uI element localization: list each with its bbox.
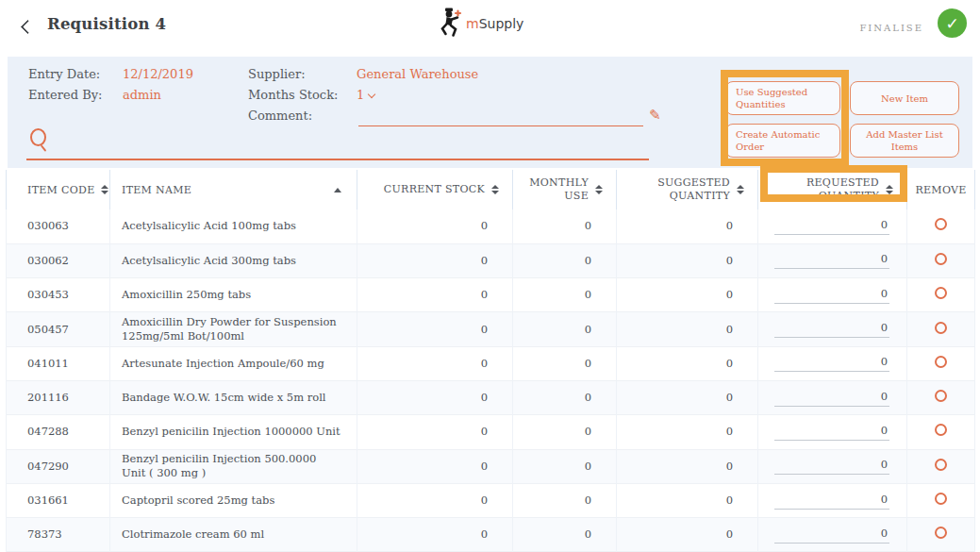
comment-input[interactable] bbox=[358, 106, 643, 126]
months-stock-dropdown[interactable]: 1 bbox=[357, 88, 374, 102]
requisition-items-table: ITEM CODE ITEM NAME CURRENT STOCK MONTHL… bbox=[6, 170, 975, 552]
sort-icon bbox=[101, 185, 108, 195]
suggested-quantity-cell: 0 bbox=[617, 278, 758, 312]
new-item-button[interactable]: New Item bbox=[850, 81, 959, 115]
remove-radio[interactable] bbox=[935, 322, 947, 334]
column-header-monthly-use[interactable]: MONTHLY USE bbox=[513, 170, 617, 209]
chevron-left-icon bbox=[21, 20, 36, 35]
entry-date-label: Entry Date: bbox=[28, 67, 100, 81]
item-code-cell: 031661 bbox=[7, 483, 110, 517]
monthly-use-cell: 0 bbox=[513, 209, 617, 243]
comment-label: Comment: bbox=[248, 109, 312, 123]
table-row[interactable]: 047288 Benzyl penicilin Injection 100000… bbox=[7, 415, 975, 449]
item-name-cell: Captopril scored 25mg tabs bbox=[110, 483, 357, 517]
remove-radio[interactable] bbox=[935, 424, 947, 436]
sort-icon bbox=[737, 185, 744, 195]
finalise-label: FINALISE bbox=[859, 23, 923, 33]
remove-radio[interactable] bbox=[935, 390, 947, 402]
table-body: 030063 Acetylsalicylic Acid 100mg tabs 0… bbox=[7, 209, 975, 552]
table-row[interactable]: 050457 Amoxicillin Dry Powder for Suspen… bbox=[7, 312, 975, 346]
logo-supply: Supply bbox=[479, 16, 524, 31]
sort-icon bbox=[491, 185, 499, 195]
suggested-quantity-cell: 0 bbox=[617, 346, 758, 380]
requested-quantity-input[interactable] bbox=[774, 218, 889, 235]
requested-quantity-input[interactable] bbox=[774, 355, 889, 372]
item-name-cell: Amoxicillin 250mg tabs bbox=[110, 278, 357, 312]
table-header-row: ITEM CODE ITEM NAME CURRENT STOCK MONTHL… bbox=[7, 170, 975, 209]
table-row[interactable]: 031661 Captopril scored 25mg tabs 0 0 0 bbox=[7, 483, 975, 517]
remove-radio[interactable] bbox=[935, 253, 947, 265]
sort-ascending-icon bbox=[334, 188, 341, 192]
entered-by-value: admin bbox=[123, 88, 161, 102]
remove-radio[interactable] bbox=[935, 218, 947, 230]
page-title: Requisition 4 bbox=[47, 15, 166, 33]
table-row[interactable]: 201116 Bandage W.O.W. 15cm wide x 5m rol… bbox=[7, 380, 975, 414]
item-code-cell: 030453 bbox=[7, 278, 110, 312]
item-code-cell: 047288 bbox=[7, 415, 110, 449]
months-stock-label: Months Stock: bbox=[248, 88, 338, 102]
supplier-label: Supplier: bbox=[248, 67, 306, 81]
item-code-cell: 78373 bbox=[7, 518, 110, 552]
search-icon[interactable] bbox=[28, 128, 51, 153]
requested-quantity-input[interactable] bbox=[774, 390, 889, 407]
remove-radio[interactable] bbox=[935, 459, 947, 471]
item-name-cell: Bandage W.O.W. 15cm wide x 5m roll bbox=[110, 380, 357, 414]
current-stock-cell: 0 bbox=[357, 278, 513, 312]
monthly-use-cell: 0 bbox=[513, 278, 617, 312]
item-code-cell: 041011 bbox=[7, 346, 110, 380]
requested-quantity-input[interactable] bbox=[774, 527, 889, 544]
table-row[interactable]: 047290 Benzyl penicilin Injection 500.00… bbox=[7, 449, 975, 483]
current-stock-cell: 0 bbox=[357, 312, 513, 346]
remove-radio[interactable] bbox=[935, 356, 947, 368]
column-header-requested-quantity[interactable]: REQUESTED QUANTITY bbox=[758, 170, 907, 209]
current-stock-cell: 0 bbox=[357, 518, 513, 552]
remove-radio[interactable] bbox=[935, 527, 947, 539]
current-stock-cell: 0 bbox=[357, 243, 513, 277]
suggested-quantity-cell: 0 bbox=[617, 209, 758, 243]
sort-icon bbox=[886, 185, 893, 195]
suggested-quantity-cell: 0 bbox=[617, 449, 758, 483]
add-master-list-items-button[interactable]: Add Master List Items bbox=[850, 124, 959, 158]
search-input[interactable] bbox=[53, 132, 645, 157]
table-row[interactable]: 030062 Acetylsalicylic Acid 300mg tabs 0… bbox=[7, 243, 975, 277]
column-header-item-name[interactable]: ITEM NAME bbox=[110, 170, 357, 209]
search-underline bbox=[26, 159, 649, 160]
item-name-cell: Clotrimazole cream 60 ml bbox=[110, 518, 357, 552]
requested-quantity-input[interactable] bbox=[774, 287, 889, 304]
suggested-quantity-cell: 0 bbox=[617, 415, 758, 449]
item-name-cell: Benzyl penicilin Injection 500.0000 Unit… bbox=[110, 449, 357, 483]
pencil-icon: ✎ bbox=[649, 107, 661, 124]
column-header-item-code[interactable]: ITEM CODE bbox=[7, 170, 110, 209]
table-row[interactable]: 030453 Amoxicillin 250mg tabs 0 0 0 bbox=[7, 278, 975, 312]
table-row[interactable]: 030063 Acetylsalicylic Acid 100mg tabs 0… bbox=[7, 209, 975, 243]
remove-radio[interactable] bbox=[935, 287, 947, 299]
remove-radio[interactable] bbox=[935, 493, 947, 505]
top-bar: Requisition 4 mSupply FINALISE ✓ bbox=[0, 0, 980, 55]
finalise-button[interactable]: ✓ bbox=[938, 8, 967, 38]
check-icon: ✓ bbox=[945, 14, 958, 33]
create-automatic-order-button[interactable]: Create Automatic Order bbox=[725, 124, 840, 158]
table-row[interactable]: 041011 Artesunate Injection Ampoule/60 m… bbox=[7, 346, 975, 380]
item-name-cell: Acetylsalicylic Acid 100mg tabs bbox=[110, 209, 357, 243]
monthly-use-cell: 0 bbox=[513, 243, 617, 277]
chevron-down-icon bbox=[368, 91, 375, 98]
use-suggested-quantities-button[interactable]: Use Suggested Quantities bbox=[725, 81, 840, 115]
monthly-use-cell: 0 bbox=[513, 380, 617, 414]
requested-quantity-input[interactable] bbox=[774, 252, 889, 269]
requested-quantity-input[interactable] bbox=[774, 458, 889, 475]
requested-quantity-input[interactable] bbox=[774, 321, 889, 338]
column-header-suggested-quantity[interactable]: SUGGESTED QUANTITY bbox=[617, 170, 758, 209]
item-name-cell: Acetylsalicylic Acid 300mg tabs bbox=[110, 243, 357, 277]
msupply-logo: mSupply bbox=[438, 7, 523, 39]
action-buttons: Use Suggested Quantities New Item Create… bbox=[725, 81, 959, 158]
monthly-use-cell: 0 bbox=[513, 312, 617, 346]
column-header-current-stock[interactable]: CURRENT STOCK bbox=[357, 170, 513, 209]
requested-quantity-input[interactable] bbox=[774, 424, 889, 441]
item-name-cell: Benzyl penicilin Injection 1000000 Unit bbox=[110, 415, 357, 449]
table-row[interactable]: 78373 Clotrimazole cream 60 ml 0 0 0 bbox=[7, 518, 975, 552]
back-button[interactable] bbox=[17, 17, 38, 38]
suggested-quantity-cell: 0 bbox=[617, 483, 758, 517]
monthly-use-cell: 0 bbox=[513, 483, 617, 517]
requisition-details-panel: Entry Date: 12/12/2019 Entered By: admin… bbox=[8, 57, 972, 168]
requested-quantity-input[interactable] bbox=[774, 493, 889, 510]
